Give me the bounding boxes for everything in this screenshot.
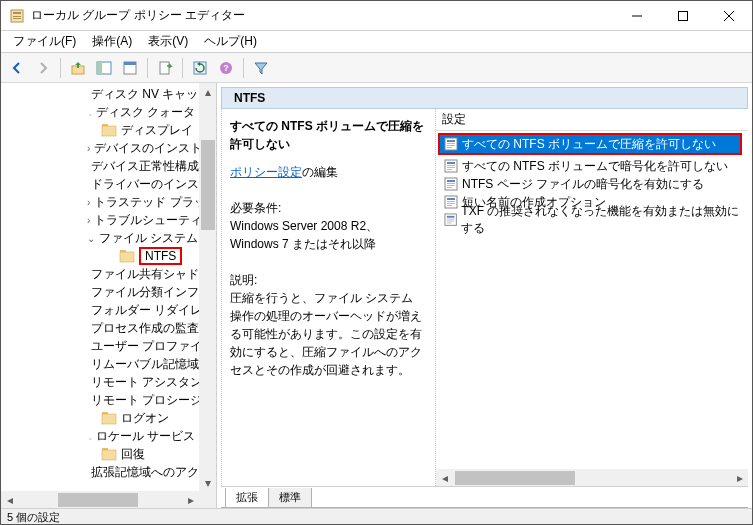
column-header-setting[interactable]: 設定 (436, 109, 748, 131)
tree-item[interactable]: ›デバイスのインストール (1, 139, 199, 157)
tab-extended[interactable]: 拡張 (225, 488, 269, 508)
tree-item[interactable]: ユーザー プロファイル (1, 337, 199, 355)
scroll-right-icon[interactable]: ▸ (731, 469, 748, 486)
chevron-right-icon[interactable]: › (87, 197, 90, 208)
list-item[interactable]: すべての NTFS ボリュームで圧縮を許可しない (440, 135, 740, 153)
chevron-right-icon[interactable]: › (87, 215, 90, 226)
filter-button[interactable] (249, 56, 273, 80)
tree-item[interactable]: ディスク クォータ (1, 103, 199, 121)
help-button[interactable]: ? (214, 56, 238, 80)
toolbar-separator (60, 58, 61, 78)
content-body: すべての NTFS ボリュームで圧縮を許可しない ポリシー設定の編集 必要条件:… (221, 109, 748, 486)
svg-rect-85 (447, 219, 455, 220)
tree-item[interactable]: 回復 (1, 445, 199, 463)
scrollbar-corner (199, 491, 216, 508)
scroll-left-icon[interactable]: ◂ (1, 491, 18, 508)
svg-rect-67 (447, 147, 452, 148)
svg-rect-86 (447, 221, 455, 222)
list-item[interactable]: NTFS ページ ファイルの暗号化を有効にする (440, 175, 748, 193)
menu-action[interactable]: 操作(A) (84, 31, 140, 52)
tree-item[interactable]: ›トラブルシューティング (1, 211, 199, 229)
svg-rect-13 (160, 62, 169, 74)
show-hide-tree-button[interactable] (92, 56, 116, 80)
tree-item[interactable]: リムーバブル記憶域へ (1, 355, 199, 373)
menu-help[interactable]: ヘルプ(H) (196, 31, 265, 52)
refresh-button[interactable] (188, 56, 212, 80)
back-button[interactable] (5, 56, 29, 80)
tree-item[interactable]: フォルダー リダイレクト (1, 301, 199, 319)
svg-rect-58 (102, 450, 116, 460)
list-item-label: NTFS ページ ファイルの暗号化を有効にする (462, 176, 704, 193)
tree-horizontal-scrollbar[interactable]: ◂ ▸ (1, 491, 199, 508)
svg-rect-72 (447, 169, 452, 170)
requirements-label: 必要条件: (230, 199, 425, 217)
content-header: NTFS (221, 87, 748, 109)
svg-rect-66 (447, 145, 455, 146)
tree-item[interactable]: ロケール サービス (1, 427, 199, 445)
scrollbar-thumb[interactable] (455, 471, 575, 485)
tree[interactable]: ディスク NV キャッシュディスク クォータディスプレイ›デバイスのインストール… (1, 83, 199, 481)
tree-item[interactable]: ファイル分類インフラス (1, 283, 199, 301)
scroll-down-icon[interactable]: ▾ (199, 474, 216, 491)
tree-item[interactable]: プロセス作成の監査 (1, 319, 199, 337)
tree-panel: ディスク NV キャッシュディスク クォータディスプレイ›デバイスのインストール… (1, 83, 217, 508)
menu-bar: ファイル(F) 操作(A) 表示(V) ヘルプ(H) (1, 31, 752, 53)
menu-view[interactable]: 表示(V) (140, 31, 196, 52)
properties-button[interactable] (118, 56, 142, 80)
edit-policy-suffix: の編集 (302, 165, 338, 179)
tree-item[interactable]: ⌄ファイル システム (1, 229, 199, 247)
tree-item-label: ディスク クォータ (96, 104, 195, 121)
settings-list-rest[interactable]: すべての NTFS ボリュームで暗号化を許可しないNTFS ページ ファイルの暗… (436, 157, 748, 229)
tree-item-label: プロセス作成の監査 (91, 320, 199, 337)
scrollbar-thumb[interactable] (201, 140, 215, 230)
svg-rect-77 (447, 187, 452, 188)
tree-item-label: 回復 (121, 446, 145, 463)
app-icon (9, 8, 25, 24)
scrollbar-thumb[interactable] (58, 493, 138, 507)
forward-button[interactable] (31, 56, 55, 80)
list-horizontal-scrollbar[interactable]: ◂ ▸ (436, 469, 748, 486)
tree-item[interactable]: ドライバーのインストー (1, 175, 199, 193)
tree-item-label: ディスク NV キャッシュ (91, 86, 199, 103)
menu-file[interactable]: ファイル(F) (5, 31, 84, 52)
chevron-right-icon[interactable]: › (87, 143, 90, 154)
scroll-up-icon[interactable]: ▴ (199, 83, 216, 100)
list-item[interactable]: TXF の推奨されなくなった機能を有効または無効にする (440, 211, 748, 229)
scroll-left-icon[interactable]: ◂ (436, 469, 453, 486)
tree-item[interactable]: ディスク NV キャッシュ (1, 85, 199, 103)
tree-item-label: ディスプレイ (121, 122, 193, 139)
export-button[interactable] (153, 56, 177, 80)
scroll-right-icon[interactable]: ▸ (182, 491, 199, 508)
minimize-button[interactable] (614, 1, 660, 31)
content-panel: NTFS すべての NTFS ボリュームで圧縮を許可しない ポリシー設定の編集 … (217, 83, 752, 508)
svg-rect-87 (447, 222, 452, 223)
tree-item[interactable]: ログオン (1, 409, 199, 427)
tree-item[interactable]: デバイス正常性構成 (1, 157, 199, 175)
settings-list[interactable]: すべての NTFS ボリュームで圧縮を許可しない (440, 135, 740, 153)
maximize-button[interactable] (660, 1, 706, 31)
tree-item[interactable]: ›トラステッド プラットフ (1, 193, 199, 211)
tree-item[interactable]: ファイル共有シャドウ コ (1, 265, 199, 283)
svg-rect-80 (447, 201, 455, 202)
tree-item[interactable]: リモート プロシージャ コ (1, 391, 199, 409)
toolbar-separator (182, 58, 183, 78)
svg-rect-54 (102, 414, 116, 424)
svg-rect-5 (679, 11, 688, 20)
svg-text:?: ? (223, 63, 229, 73)
tree-item[interactable]: ディスプレイ (1, 121, 199, 139)
tree-item[interactable]: 拡張記憶域へのアクセ (1, 463, 199, 481)
svg-rect-81 (447, 203, 455, 204)
list-item[interactable]: すべての NTFS ボリュームで暗号化を許可しない (440, 157, 748, 175)
chevron-down-icon[interactable]: ⌄ (87, 233, 95, 244)
up-button[interactable] (66, 56, 90, 80)
tree-item-label: デバイス正常性構成 (91, 158, 199, 175)
tree-item[interactable]: NTFS (1, 247, 199, 265)
description-label: 説明: (230, 271, 425, 289)
tree-item[interactable]: リモート アシスタンス (1, 373, 199, 391)
tree-vertical-scrollbar[interactable]: ▴ ▾ (199, 83, 216, 491)
svg-rect-20 (89, 114, 91, 116)
close-button[interactable] (706, 1, 752, 31)
edit-policy-link[interactable]: ポリシー設定 (230, 165, 302, 179)
status-text: 5 個の設定 (7, 510, 60, 525)
tab-standard[interactable]: 標準 (268, 488, 312, 508)
